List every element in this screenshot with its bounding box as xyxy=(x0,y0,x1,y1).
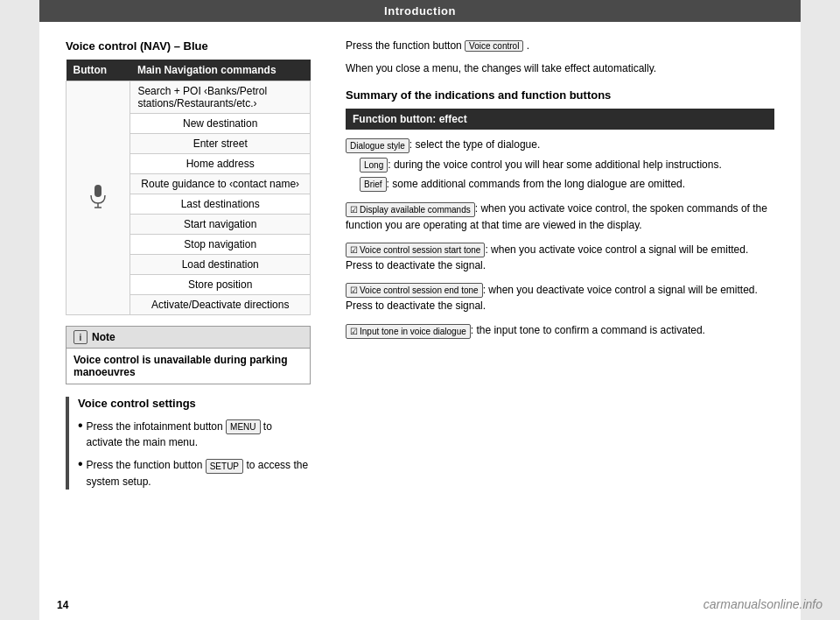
right-column: Press the function button Voice control … xyxy=(337,39,774,500)
table-row-text: New destination xyxy=(130,114,311,134)
press-prefix: Press the function button xyxy=(346,39,462,52)
table-row-text: Route guidance to ‹contact name› xyxy=(130,174,311,194)
vcs-section: Voice control settings •Press the infota… xyxy=(66,397,311,490)
table-row-text: Last destinations xyxy=(130,194,311,215)
svg-rect-0 xyxy=(94,185,102,197)
content-area: Voice control (NAV) – Blue Button Main N… xyxy=(39,22,801,518)
info-icon: i xyxy=(74,330,88,344)
func-tag: Voice control session end tone xyxy=(346,283,483,298)
press-line: Press the function button Voice control … xyxy=(346,39,774,52)
func-item: Dialogue style: select the type of dialo… xyxy=(346,137,774,192)
vcs-items: •Press the infotainment button MENU to a… xyxy=(78,419,311,490)
func-item: Voice control session end tone: when you… xyxy=(346,282,774,314)
func-items-container: Dialogue style: select the type of dialo… xyxy=(346,137,774,338)
func-item-main: Dialogue style: select the type of dialo… xyxy=(346,137,774,152)
func-tag: Display available commands xyxy=(346,202,475,217)
bullet-text: Press the infotainment button MENU to ac… xyxy=(87,419,311,450)
table-row: Search + POI ‹Banks/Petrol stations/Rest… xyxy=(66,81,311,114)
header-title: Introduction xyxy=(384,4,456,18)
bullet-item: •Press the infotainment button MENU to a… xyxy=(78,419,311,450)
table-row-text: Start navigation xyxy=(130,215,311,235)
left-column: Voice control (NAV) – Blue Button Main N… xyxy=(66,39,311,500)
func-item-main: Display available commands: when you act… xyxy=(346,201,774,232)
func-item-main: Input tone in voice dialogue: the input … xyxy=(346,322,774,338)
func-header-bar: Function button: effect xyxy=(346,109,774,130)
note-box: i Note Voice control is unavailable duri… xyxy=(66,326,311,384)
func-item: Display available commands: when you act… xyxy=(346,201,774,232)
table-row-text: Load destination xyxy=(130,255,311,275)
vcs-title: Voice control settings xyxy=(78,397,311,410)
table-row-text: Enter street xyxy=(130,134,311,154)
inline-button: MENU xyxy=(226,419,260,434)
nested-func-tag: Long xyxy=(360,158,388,173)
bullet-text: Press the function button SETUP to acces… xyxy=(87,457,311,489)
col2-header: Main Navigation commands xyxy=(130,60,311,81)
nested-func-item: Brief: some additional commands from the… xyxy=(360,176,774,192)
press-button: Voice control xyxy=(465,40,523,52)
func-tag: Dialogue style xyxy=(346,138,410,153)
press-suffix: . xyxy=(527,39,529,52)
col1-header: Button xyxy=(66,60,130,81)
page-number: 14 xyxy=(57,599,68,611)
table-row-text: Store position xyxy=(130,275,311,295)
header-bar: Introduction xyxy=(39,0,801,22)
table-row-text: Stop navigation xyxy=(130,235,311,255)
mic-icon-cell xyxy=(66,81,130,315)
watermark: carmanualsonline.info xyxy=(704,597,822,611)
table-row-text: Search + POI ‹Banks/Petrol stations/Rest… xyxy=(130,81,311,114)
changes-line: When you close a menu, the changes will … xyxy=(346,60,774,76)
page-container: Introduction Voice control (NAV) – Blue … xyxy=(39,0,801,620)
note-header-text: Note xyxy=(92,331,116,343)
note-body: Voice control is unavailable during park… xyxy=(66,349,310,384)
nested-tags: Long: during the voice control you will … xyxy=(360,157,774,193)
table-header-row: Button Main Navigation commands xyxy=(66,60,311,81)
func-item: Voice control session start tone: when y… xyxy=(346,242,774,273)
table-row-text: Activate/Deactivate directions xyxy=(130,295,311,315)
bullet-item: •Press the function button SETUP to acce… xyxy=(78,457,311,489)
nav-table: Button Main Navigation commands Search +… xyxy=(66,60,311,315)
note-header: i Note xyxy=(66,327,310,349)
inline-button: SETUP xyxy=(206,459,243,474)
func-item-main: Voice control session start tone: when y… xyxy=(346,242,774,273)
func-tag: Input tone in voice dialogue xyxy=(346,324,471,339)
bullet-dot: • xyxy=(78,419,83,450)
nested-func-item: Long: during the voice control you will … xyxy=(360,157,774,173)
func-tag: Voice control session start tone xyxy=(346,243,485,257)
nested-func-tag: Brief xyxy=(360,177,387,192)
mic-icon xyxy=(88,184,108,208)
bullet-dot: • xyxy=(78,457,83,489)
func-item-main: Voice control session end tone: when you… xyxy=(346,282,774,314)
func-item: Input tone in voice dialogue: the input … xyxy=(346,322,774,338)
table-row-text: Home address xyxy=(130,154,311,174)
func-section-title: Summary of the indications and function … xyxy=(346,88,774,102)
section-title: Voice control (NAV) – Blue xyxy=(66,39,311,53)
